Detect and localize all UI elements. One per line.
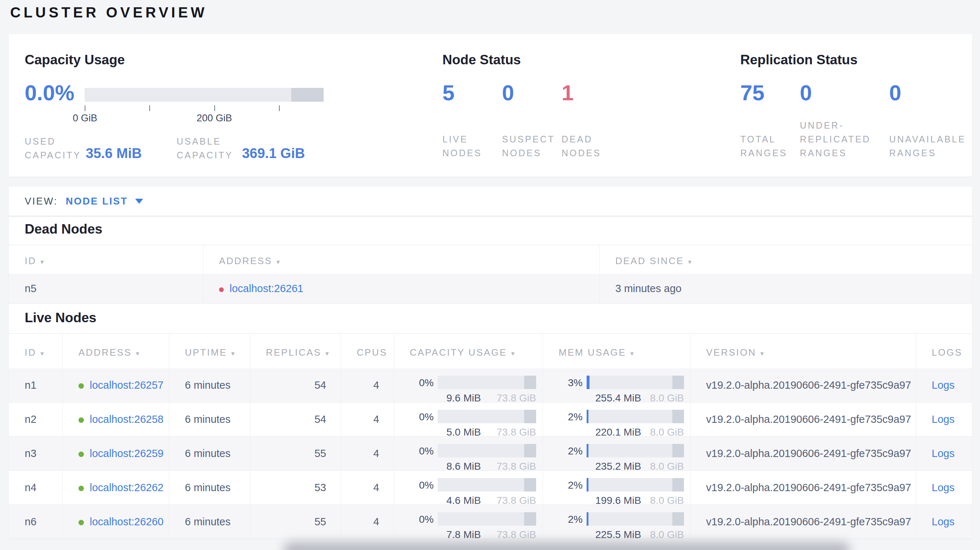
live-node-address-link[interactable]: localhost:26257 <box>90 379 164 391</box>
capacity-summary-bar <box>84 88 324 102</box>
under-replicated-ranges-label: UNDER-REPLICATEDRANGES <box>800 118 889 160</box>
live-node-uptime: 6 minutes <box>185 448 231 459</box>
live-nodes-table: ID▼ ADDRESS▼ UPTIME▼ REPLICAS▼ CPUS CAPA… <box>9 334 972 538</box>
live-node-logs: Logs <box>932 482 955 494</box>
live-node-row: n6 localhost:26260 6 minutes 55 4 0% 7.8… <box>9 505 972 538</box>
dead-node-dead-since: 3 minutes ago <box>615 283 681 295</box>
live-col-capacity[interactable]: CAPACITY USAGE▼ <box>410 347 517 358</box>
live-status-dot <box>78 383 84 389</box>
live-col-cpus[interactable]: CPUS <box>357 347 387 358</box>
logs-link[interactable]: Logs <box>932 516 955 528</box>
mem-bar-secondary-segment <box>672 376 684 389</box>
live-node-logs: Logs <box>932 516 955 528</box>
live-node-id: n2 <box>25 413 36 425</box>
capacity-percent-label: 0% <box>402 480 434 491</box>
view-selector-bar: VIEW: NODE LIST <box>9 187 972 216</box>
used-capacity-label-line1: USED <box>25 134 86 148</box>
mem-bar-fill <box>587 512 589 526</box>
logs-link[interactable]: Logs <box>932 482 955 493</box>
live-node-cpus: 4 <box>341 379 379 391</box>
mem-usage-bar <box>587 478 684 491</box>
replication-status-title: Replication Status <box>740 52 858 68</box>
view-label: VIEW: <box>25 196 58 207</box>
logs-link[interactable]: Logs <box>932 448 955 459</box>
axis-tick <box>279 105 280 111</box>
sort-desc-icon: ▼ <box>510 351 517 357</box>
live-col-replicas[interactable]: REPLICAS▼ <box>266 347 331 358</box>
used-capacity-value: 35.6 MiB <box>86 146 142 162</box>
dead-node-address-link[interactable]: localhost:26261 <box>229 283 303 294</box>
dead-col-id[interactable]: ID▼ <box>25 255 46 267</box>
logs-link[interactable]: Logs <box>932 379 955 391</box>
capacity-usage-bar <box>438 410 536 423</box>
capacity-bar-secondary-segment <box>524 478 536 491</box>
mem-usage-bar <box>587 410 684 423</box>
mem-bar-secondary-segment <box>672 444 684 457</box>
column-divider <box>394 334 394 538</box>
bottom-scroll-shadow <box>283 542 850 550</box>
cluster-summary-card: Capacity Usage 0.0% 0 GiB 200 GiB USED C… <box>9 34 972 176</box>
live-nodes-label: LIVENODES <box>442 132 502 160</box>
live-node-row: n4 localhost:26262 6 minutes 53 4 0% 4.6… <box>9 471 972 505</box>
live-status-dot <box>78 520 84 525</box>
live-node-cpus: 4 <box>341 413 379 425</box>
node-status-title: Node Status <box>442 52 521 68</box>
live-col-mem[interactable]: MEM USAGE▼ <box>558 347 636 358</box>
live-nodes-count: 5 <box>442 82 502 104</box>
logs-link[interactable]: Logs <box>932 413 955 425</box>
capacity-bar-secondary-segment <box>524 376 536 389</box>
capacity-usage-bar <box>438 444 536 457</box>
live-col-address[interactable]: ADDRESS▼ <box>78 347 142 358</box>
axis-tick <box>84 105 85 111</box>
dropdown-caret-icon[interactable] <box>135 199 143 204</box>
live-node-address-link[interactable]: localhost:26262 <box>90 482 164 493</box>
capacity-percent-label: 0% <box>402 445 434 457</box>
live-node-replicas: 55 <box>250 448 326 459</box>
sort-desc-icon: ▼ <box>230 351 237 357</box>
used-capacity-label-line2: CAPACITY <box>25 148 86 162</box>
live-node-capacity-usage: 0% 4.6 MiB 73.8 GiB <box>402 471 542 505</box>
usable-capacity-stat: USABLE CAPACITY 369.1 GiB <box>177 134 305 162</box>
capacity-bar-secondary-segment <box>291 88 324 102</box>
unavailable-ranges-label: UNAVAILABLERANGES <box>889 132 980 160</box>
live-col-uptime[interactable]: UPTIME▼ <box>185 347 237 358</box>
under-replicated-ranges-count: 0 <box>800 82 889 104</box>
live-node-replicas: 54 <box>250 379 326 391</box>
column-divider <box>169 334 169 538</box>
mem-total-value: 8.0 GiB <box>650 529 684 538</box>
live-col-version[interactable]: VERSION▼ <box>706 347 766 358</box>
capacity-bar-secondary-segment <box>524 444 536 457</box>
live-node-cpus: 4 <box>341 448 379 459</box>
capacity-usage-title: Capacity Usage <box>25 52 125 68</box>
dead-node-address: localhost:26261 <box>219 283 303 295</box>
live-node-address-link[interactable]: localhost:26259 <box>90 448 164 459</box>
mem-bar-secondary-segment <box>672 410 684 423</box>
capacity-total-value: 73.8 GiB <box>496 529 536 538</box>
column-divider <box>62 334 63 538</box>
dead-node-row: n5 localhost:26261 3 minutes ago <box>9 274 972 304</box>
view-dropdown[interactable]: NODE LIST <box>66 196 128 207</box>
axis-label-start: 0 GiB <box>67 113 103 124</box>
live-node-id: n3 <box>25 448 36 459</box>
live-node-id: n1 <box>25 379 36 391</box>
live-col-id[interactable]: ID▼ <box>25 347 46 358</box>
live-node-address: localhost:26262 <box>78 482 164 494</box>
column-divider <box>203 245 204 304</box>
live-node-version: v19.2.0-alpha.20190606-2491-gfe735c9a97 <box>706 448 911 459</box>
live-col-logs[interactable]: LOGS <box>932 347 962 358</box>
live-nodes-table-header: ID▼ ADDRESS▼ UPTIME▼ REPLICAS▼ CPUS CAPA… <box>9 334 972 368</box>
live-node-address-link[interactable]: localhost:26260 <box>90 516 164 528</box>
live-node-uptime: 6 minutes <box>185 516 231 528</box>
mem-bar-secondary-segment <box>672 478 684 491</box>
axis-tick <box>214 105 215 111</box>
live-nodes-heading: Live Nodes <box>25 310 96 326</box>
capacity-percent-label: 0% <box>402 411 434 423</box>
live-node-address-link[interactable]: localhost:26258 <box>90 413 164 425</box>
dead-col-dead-since[interactable]: DEAD SINCE▼ <box>615 255 694 267</box>
capacity-usage-bar <box>438 478 536 491</box>
live-node-capacity-usage: 0% 9.6 MiB 73.8 GiB <box>402 368 542 402</box>
live-node-row: n1 localhost:26257 6 minutes 54 4 0% 9.6… <box>9 368 972 402</box>
live-node-mem-usage: 2% 220.1 MiB 8.0 GiB <box>551 402 690 437</box>
live-node-mem-usage: 2% 199.6 MiB 8.0 GiB <box>551 471 690 505</box>
dead-col-address[interactable]: ADDRESS▼ <box>219 255 282 267</box>
